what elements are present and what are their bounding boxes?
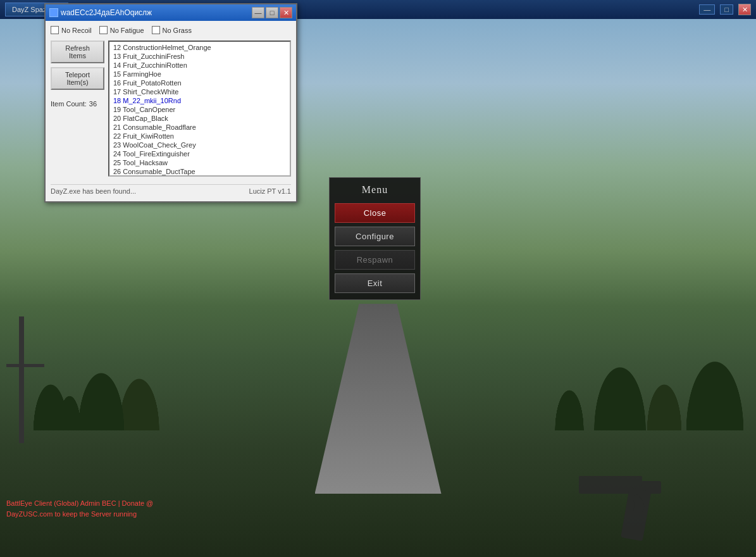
menu-exit-button[interactable]: Exit [335,273,415,293]
list-item[interactable]: 25 Tool_Hacksaw [111,158,288,167]
menu-close-button[interactable]: Close [335,203,415,223]
buttons-column: Refresh Items Teleport Item(s) [51,41,104,90]
svg-rect-2 [579,476,642,486]
list-item[interactable]: 24 Tool_FireExtinguisher [111,149,288,158]
list-item[interactable]: 22 Fruit_KiwiRotten [111,132,288,141]
window-title-area: wadECc2J4даEАhОqислж [49,8,152,17]
window-icon [49,8,58,17]
battleye-line2: DayZUSC.com to keep the Server running [6,509,153,520]
menu-respawn-button: Respawn [335,250,415,270]
list-item[interactable]: 27 ConstructionHelmet_Orange [111,176,288,177]
list-item[interactable]: 20 FlatCap_Black [111,114,288,123]
main-content: Refresh Items Teleport Item(s) Item Coun… [51,41,291,182]
window-footer: DayZ.exe has been found... Luciz PT v1.1 [51,184,291,196]
list-item[interactable]: 12 ConstructionHelmet_Orange [111,43,288,52]
cb-no-fatigue-box[interactable] [99,26,108,34]
window-controls: — □ ✕ [252,7,292,18]
list-item[interactable]: 17 Shirt_CheckWhite [111,87,288,96]
window-titlebar: wadECc2J4даEАhОqислж — □ ✕ [46,4,296,21]
cb-no-recoil-box[interactable] [51,26,59,34]
item-count-label: Item Count: [51,100,87,108]
list-item[interactable]: 14 Fruit_ZucchiniRotten [111,61,288,70]
in-game-menu: Menu Close Configure Respawn Exit [329,177,421,300]
list-item[interactable]: 21 Consumable_Roadflare [111,123,288,132]
window-minimize-btn[interactable]: — [252,7,264,18]
list-container: 12 ConstructionHelmet_Orange13 Fruit_Zuc… [108,41,291,182]
list-item[interactable]: 23 WoolCoat_Check_Grey [111,141,288,149]
window-close-btn[interactable]: ✕ [280,7,292,18]
list-item[interactable]: 13 Fruit_ZucchiniFresh [111,52,288,61]
list-item[interactable]: 19 Tool_CanOpener [111,105,288,114]
checkbox-no-grass[interactable]: No Grass [152,26,192,34]
refresh-items-button[interactable]: Refresh Items [51,41,104,63]
battleye-overlay: BattlEye Client (Global) Admin BEC | Don… [6,498,153,519]
cb-no-fatigue-label: No Fatigue [110,27,144,34]
cb-no-grass-label: No Grass [163,27,192,34]
checkboxes-row: No Recoil No Fatigue No Grass [51,26,291,34]
electricity-pole [19,316,24,443]
list-item[interactable]: 18 M_22_mkii_10Rnd [111,96,288,105]
window-maximize-btn[interactable]: □ [266,7,278,18]
status-text: DayZ.exe has been found... [51,187,136,195]
list-item[interactable]: 15 FarmingHoe [111,70,288,78]
checkbox-no-recoil[interactable]: No Recoil [51,26,92,34]
teleport-items-button[interactable]: Teleport Item(s) [51,67,104,90]
menu-configure-button[interactable]: Configure [335,227,415,246]
pole-crossbar [6,364,44,367]
left-controls: Refresh Items Teleport Item(s) Item Coun… [51,41,104,182]
cb-no-recoil-label: No Recoil [61,27,92,34]
checkbox-no-fatigue[interactable]: No Fatigue [99,26,144,34]
taskbar-close-btn[interactable]: ✕ [738,4,751,15]
battleye-line1: BattlEye Client (Global) Admin BEC | Don… [6,498,153,509]
item-count-area: Item Count: 36 [51,100,104,108]
weapon-overlay [566,430,693,557]
items-list[interactable]: 12 ConstructionHelmet_Orange13 Fruit_Zuc… [108,41,291,177]
list-item[interactable]: 16 Fruit_PotatoRotten [111,78,288,87]
tool-window: wadECc2J4даEАhОqислж — □ ✕ No Recoil No … [44,3,297,203]
taskbar-right: — □ ✕ [699,4,751,15]
cb-no-grass-box[interactable] [152,26,160,34]
list-item[interactable]: 26 Consumable_DuctTape [111,167,288,176]
item-count-value: 36 [89,100,97,108]
window-body: No Recoil No Fatigue No Grass Refresh It… [46,21,296,201]
version-text: Luciz PT v1.1 [249,187,291,195]
taskbar-maximize-btn[interactable]: □ [720,4,733,15]
window-title-text: wadECc2J4даEАhОqислж [61,8,152,17]
taskbar-minimize-btn[interactable]: — [699,4,715,15]
menu-title: Menu [335,184,415,196]
